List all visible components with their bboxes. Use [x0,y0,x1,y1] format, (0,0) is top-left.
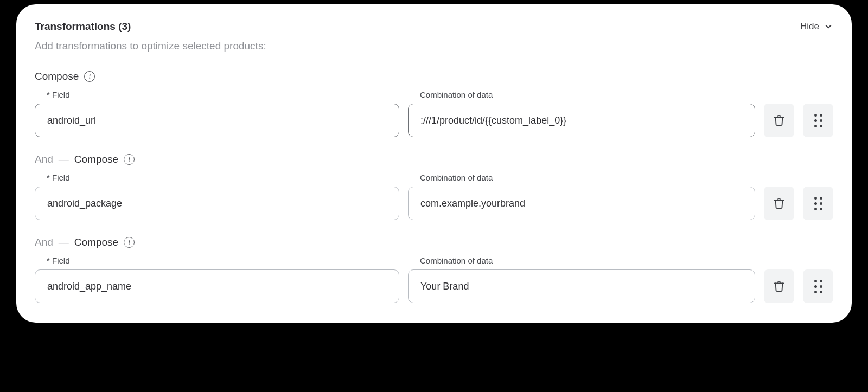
data-column: Combination of data [408,173,755,220]
hide-label: Hide [800,21,819,32]
and-text: And [35,236,53,248]
data-column: Combination of data [408,90,755,137]
combination-label: Combination of data [420,256,755,265]
combination-input[interactable] [408,187,755,220]
card-header: Transformations (3) Hide [35,21,833,33]
compose-text: Compose [74,236,118,248]
chevron-down-icon [824,22,833,31]
transformation-row: Field Combination of data [35,173,833,220]
field-label: Field [47,256,399,265]
dash-text: — [59,236,69,248]
combination-label: Combination of data [420,90,755,99]
field-column: Field [35,173,399,220]
compose-label-3: And — Compose i [35,236,833,248]
title-text: Transformations [35,21,116,32]
combination-input[interactable] [408,104,755,137]
compose-label-1: Compose i [35,70,833,82]
transformation-row: Field Combination of data [35,256,833,303]
compose-label-2: And — Compose i [35,153,833,165]
field-column: Field [35,90,399,137]
compose-text: Compose [74,153,118,165]
title-count: (3) [118,21,131,32]
info-icon[interactable]: i [124,154,135,165]
delete-button[interactable] [764,104,794,137]
trash-icon [773,280,785,292]
combination-label: Combination of data [420,173,755,182]
drag-handle[interactable] [803,104,833,137]
combination-input[interactable] [408,269,755,303]
field-input[interactable] [35,187,399,220]
drag-icon [814,114,822,127]
drag-handle[interactable] [803,187,833,220]
subtitle: Add transformations to optimize selected… [35,40,833,52]
and-text: And [35,153,53,165]
trash-icon [773,114,785,126]
field-column: Field [35,256,399,303]
field-input[interactable] [35,269,399,303]
delete-button[interactable] [764,187,794,220]
data-column: Combination of data [408,256,755,303]
field-input[interactable] [35,104,399,137]
section-title: Transformations (3) [35,21,131,33]
compose-text: Compose [35,70,79,82]
transformations-card: Transformations (3) Hide Add transformat… [16,4,852,323]
hide-toggle[interactable]: Hide [800,21,833,32]
field-label: Field [47,90,399,99]
field-label: Field [47,173,399,182]
dash-text: — [59,153,69,165]
info-icon[interactable]: i [124,237,135,248]
info-icon[interactable]: i [84,71,95,82]
drag-icon [814,197,822,210]
drag-handle[interactable] [803,269,833,303]
drag-icon [814,280,822,293]
trash-icon [773,197,785,209]
delete-button[interactable] [764,269,794,303]
transformation-row: Field Combination of data [35,90,833,137]
